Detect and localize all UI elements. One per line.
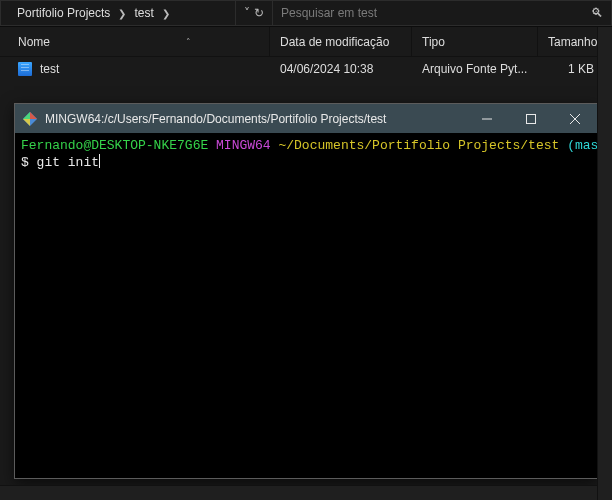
svg-marker-2 <box>23 119 30 126</box>
file-date: 04/06/2024 10:38 <box>270 62 412 76</box>
prompt-user: Fernando@DESKTOP-NKE7G6E <box>21 138 208 153</box>
minimize-button[interactable] <box>465 104 509 133</box>
column-header-date-label: Data de modificação <box>280 35 389 49</box>
prompt-symbol: $ <box>21 155 37 170</box>
sort-indicator-icon: ˄ <box>186 37 191 47</box>
scrollbar-vertical[interactable] <box>597 27 612 500</box>
chevron-right-icon[interactable]: ❯ <box>116 8 128 19</box>
file-row[interactable]: test 04/06/2024 10:38 Arquivo Fonte Pyt.… <box>0 57 612 81</box>
prompt-path: ~/Documents/Portifolio Projects/test <box>278 138 559 153</box>
breadcrumb-seg-2[interactable]: test <box>130 4 157 22</box>
svg-marker-1 <box>30 112 37 119</box>
breadcrumb-seg-1[interactable]: Portifolio Projects <box>13 4 114 22</box>
svg-rect-5 <box>527 114 536 123</box>
history-controls: ˅ ↻ <box>236 0 272 26</box>
explorer-toolbar: Portifolio Projects ❯ test ❯ ˅ ↻ Pesquis… <box>0 0 612 27</box>
svg-marker-3 <box>23 112 30 119</box>
file-icon <box>18 62 32 76</box>
column-header-date[interactable]: Data de modificação <box>270 27 412 56</box>
column-header-name[interactable]: Nome ˄ <box>0 27 270 56</box>
app-icon <box>23 112 37 126</box>
column-headers: Nome ˄ Data de modificação Tipo Tamanho <box>0 27 612 57</box>
search-placeholder: Pesquisar em test <box>281 6 377 20</box>
breadcrumb[interactable]: Portifolio Projects ❯ test ❯ <box>0 0 236 26</box>
file-name: test <box>40 62 59 76</box>
terminal-window: MINGW64:/c/Users/Fernando/Documents/Port… <box>14 103 598 479</box>
column-header-size-label: Tamanho <box>548 35 597 49</box>
search-icon[interactable]: 🔍︎ <box>591 6 603 20</box>
column-header-name-label: Nome <box>18 35 50 49</box>
terminal-titlebar[interactable]: MINGW64:/c/Users/Fernando/Documents/Port… <box>15 104 597 133</box>
close-button[interactable] <box>553 104 597 133</box>
refresh-icon[interactable]: ↻ <box>254 6 264 20</box>
prompt-env: MINGW64 <box>216 138 271 153</box>
cursor <box>99 154 100 168</box>
search-input[interactable]: Pesquisar em test 🔍︎ <box>272 0 612 26</box>
file-type: Arquivo Fonte Pyt... <box>412 62 538 76</box>
column-header-type[interactable]: Tipo <box>412 27 538 56</box>
chevron-right-icon[interactable]: ❯ <box>160 8 172 19</box>
scrollbar-horizontal[interactable] <box>0 485 597 500</box>
command-text: git init <box>37 155 99 170</box>
chevron-down-icon[interactable]: ˅ <box>244 6 250 20</box>
column-header-type-label: Tipo <box>422 35 445 49</box>
maximize-button[interactable] <box>509 104 553 133</box>
terminal-title: MINGW64:/c/Users/Fernando/Documents/Port… <box>45 112 386 126</box>
terminal-body[interactable]: Fernando@DESKTOP-NKE7G6E MINGW64 ~/Docum… <box>15 133 597 478</box>
